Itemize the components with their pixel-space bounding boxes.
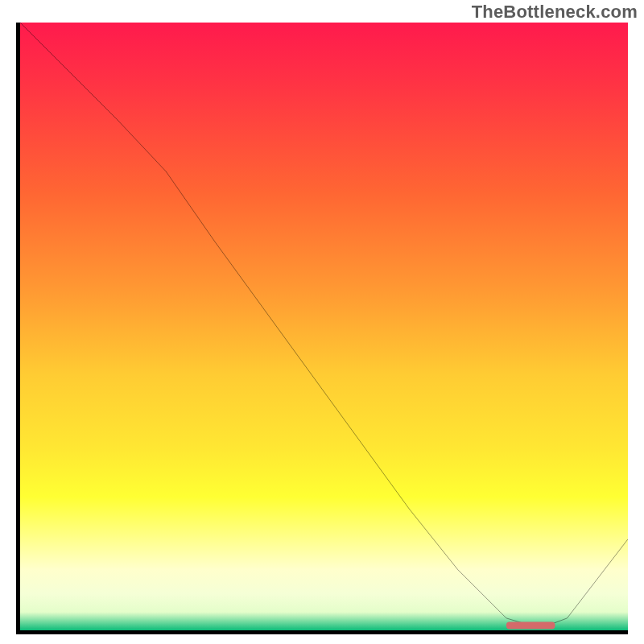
- optimal-range-marker: [506, 621, 555, 629]
- plot-area: [16, 23, 628, 634]
- chart-line: [20, 23, 628, 627]
- watermark-label: TheBottleneck.com: [472, 2, 638, 23]
- chart-container: TheBottleneck.com: [0, 0, 644, 644]
- chart-overlay: [20, 23, 628, 630]
